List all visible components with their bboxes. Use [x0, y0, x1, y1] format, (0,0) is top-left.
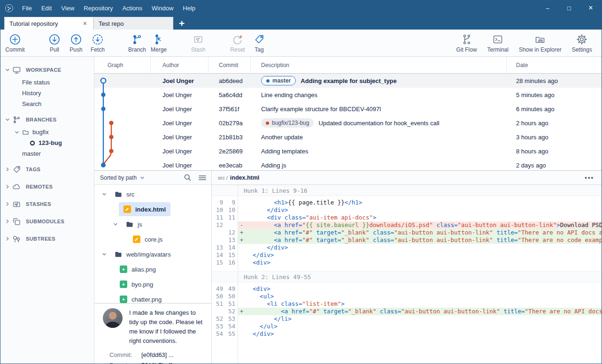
sort-dropdown[interactable]: Sorted by path — [100, 174, 145, 181]
sidebar-item-label: 123-bug — [39, 139, 62, 146]
diff-marker: - — [238, 221, 246, 229]
chevron-down-icon[interactable] — [4, 68, 11, 72]
old-line-number: 14 — [212, 251, 225, 259]
commit-row[interactable]: Joel Ungerab6deedmasterAdding example fo… — [94, 74, 602, 88]
menu-item-repository[interactable]: Repository — [79, 5, 117, 12]
hamburger-menu-icon[interactable] — [198, 174, 207, 182]
menu-item-actions[interactable]: Actions — [117, 5, 147, 12]
sidebar-item-123-bug[interactable]: 123-bug — [0, 137, 94, 148]
diff-line: 12- <a href="{{ site.baseurl }}downloads… — [212, 221, 602, 229]
chevron-down-icon[interactable] — [14, 130, 20, 135]
commit-row[interactable]: Joel Unger37f561fClarify example structu… — [94, 102, 602, 116]
column-header-description[interactable]: Description — [251, 57, 507, 73]
git-flow-button[interactable]: Git Flow — [454, 33, 480, 53]
commit-row[interactable]: Joel Ungeree3ecabAdding js2 days ago — [94, 158, 602, 170]
terminal-button[interactable]: Terminal — [485, 33, 511, 53]
chevron-right-icon[interactable] — [4, 167, 11, 172]
tree-item-core-js[interactable]: core.js — [94, 232, 211, 247]
settings-button[interactable]: Settings — [569, 33, 595, 53]
tree-item-alias-png[interactable]: +alias.png — [94, 262, 211, 277]
commit-row[interactable]: Joel Unger02b279abugfix/123-bugUpdated d… — [94, 116, 602, 130]
sidebar-section-remotes[interactable]: REMOTES — [0, 180, 94, 194]
sidebar-item-bugfix[interactable]: bugfix — [0, 127, 94, 137]
sidebar-section-label: SUBMODULES — [26, 219, 64, 224]
maximize-button[interactable]: □ — [558, 0, 580, 15]
tree-item-byo-png[interactable]: +byo.png — [94, 277, 211, 292]
menu-item-window[interactable]: Window — [147, 5, 178, 12]
parent-hash[interactable]: 5018b7baff — [141, 362, 172, 364]
diff-line-body: <div> — [238, 285, 602, 293]
column-header-commit[interactable]: Commit — [208, 57, 251, 73]
more-options-button[interactable]: ••• — [585, 174, 594, 181]
column-header-graph[interactable]: Graph — [94, 57, 151, 73]
chevron-down-icon[interactable] — [102, 252, 107, 257]
diff-marker: + — [238, 236, 246, 244]
sidebar-section-workspace[interactable]: WORKSPACE — [0, 63, 94, 77]
monitor-icon — [11, 66, 22, 75]
chevron-right-icon[interactable] — [4, 202, 11, 206]
sidebar-item-history[interactable]: History — [0, 88, 94, 99]
sidebar-section-stashes[interactable]: STASHES — [0, 197, 94, 211]
branch-button[interactable]: Branch — [126, 33, 148, 53]
commit-row[interactable]: Joel Unger21b81b3Another update3 hours a… — [94, 130, 602, 144]
commit-hash: ee3ecab — [208, 162, 251, 169]
commit-row[interactable]: Joel Unger5a6c4ddLine ending changes5 mi… — [94, 88, 602, 102]
show-in-explorer-button[interactable]: Show in Explorer — [516, 33, 564, 53]
sidebar-section-label: TAGS — [26, 167, 40, 172]
menu-items: FileEditViewRepositoryActionsWindowHelp — [17, 5, 200, 12]
commit-button[interactable]: Commit — [4, 33, 26, 53]
chevron-right-icon[interactable] — [4, 184, 11, 189]
close-button[interactable]: × — [580, 0, 602, 15]
new-line-number: 51 — [225, 300, 238, 308]
new-line-number — [225, 221, 238, 229]
tree-item-web-img-avatars[interactable]: web/img/avatars — [94, 247, 211, 262]
chevron-right-icon[interactable] — [4, 236, 11, 241]
new-line-number: 55 — [225, 330, 238, 338]
chevron-down-icon[interactable] — [113, 222, 118, 227]
menu-item-view[interactable]: View — [56, 5, 79, 12]
chevron-down-icon — [140, 175, 145, 180]
branch-badge[interactable]: bugfix/123-bug — [261, 118, 314, 128]
sidebar-section-label: BRANCHES — [26, 117, 57, 122]
chevron-down-icon[interactable] — [102, 192, 107, 197]
fetch-button[interactable]: Fetch — [87, 33, 108, 53]
chevron-down-icon[interactable] — [4, 117, 11, 122]
tab-test-repo[interactable]: Test repo — [93, 17, 173, 30]
chevron-right-icon[interactable] — [4, 219, 11, 224]
menu-item-edit[interactable]: Edit — [37, 5, 56, 12]
commit-row[interactable]: Joel Unger2e25869Adding templates8 hours… — [94, 144, 602, 158]
column-header-author[interactable]: Author — [151, 57, 208, 73]
old-line-number: 15 — [212, 259, 225, 266]
diff-line: 1111 <div class="aui-item api-docs"> — [212, 214, 602, 221]
sidebar-section-tags[interactable]: TAGS — [0, 162, 94, 176]
sidebar-section-branches[interactable]: BRANCHES — [0, 113, 94, 127]
tab-tutorial-repository[interactable]: Tutorial repository× — [4, 17, 93, 30]
tag-button[interactable]: Tag — [248, 33, 270, 53]
tree-item-src[interactable]: src — [94, 187, 211, 202]
branch-badge-master[interactable]: master — [261, 76, 296, 85]
pull-button[interactable]: Pull — [44, 33, 65, 53]
tree-item-js[interactable]: js — [94, 217, 211, 232]
sidebar-item-file-status[interactable]: File status — [0, 77, 94, 88]
sidebar-item-master[interactable]: master — [0, 148, 94, 159]
reset-icon — [232, 33, 244, 46]
toolbar-label: Commit — [5, 46, 24, 53]
diff-line: 5151 <li class="list-item"> — [212, 300, 602, 308]
column-header-date[interactable]: Date — [507, 57, 602, 73]
stash-button: Stash — [187, 33, 209, 53]
search-icon[interactable] — [184, 174, 192, 182]
merge-button[interactable]: Merge — [148, 33, 170, 53]
tree-item-chatter-png[interactable]: +chatter.png — [94, 292, 211, 303]
sidebar-section-submodules[interactable]: SUBMODULES — [0, 214, 94, 228]
tree-item-index-html[interactable]: index.html — [94, 202, 211, 217]
menu-item-file[interactable]: File — [17, 5, 37, 12]
new-tab-button[interactable]: + — [179, 18, 185, 28]
minimize-button[interactable]: – — [537, 0, 558, 15]
menu-item-help[interactable]: Help — [178, 5, 200, 12]
toolbar-label: Merge — [151, 46, 167, 53]
sidebar-item-search[interactable]: Search — [0, 99, 94, 109]
sidebar-section-subtrees[interactable]: SUBTREES — [0, 232, 94, 246]
badge-label: bugfix/123-bug — [272, 120, 309, 126]
close-tab-icon[interactable]: × — [82, 20, 88, 27]
push-button[interactable]: Push — [65, 33, 87, 53]
